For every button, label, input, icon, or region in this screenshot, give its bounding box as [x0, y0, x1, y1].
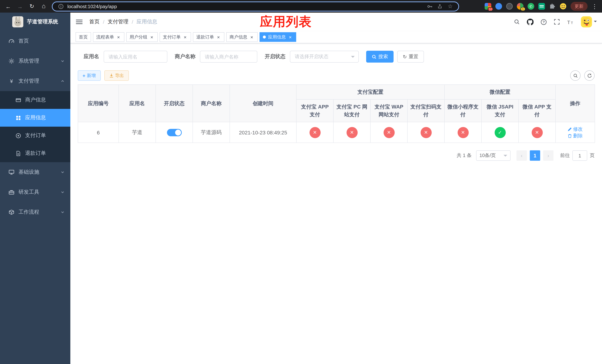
page-unit-label: 页: [590, 152, 595, 159]
toggle-search-button[interactable]: [570, 70, 580, 81]
add-button[interactable]: 新增: [78, 70, 100, 81]
wx-mini-status-icon: [457, 127, 469, 138]
password-key-icon[interactable]: [426, 3, 433, 10]
col-app-name: 应用名: [119, 85, 156, 122]
table-row: 6 芋道 芋道源码 2021-10-23 08:49:25: [78, 122, 595, 143]
col-merchant: 商户名称: [193, 85, 230, 122]
col-alipay-app: 支付宝 APP 支付: [296, 99, 333, 122]
sidebar-item-infra[interactable]: 基础设施: [0, 162, 70, 182]
tab-pay-orders[interactable]: 支付订单: [160, 32, 191, 42]
page-annotation: 应用列表: [260, 13, 312, 30]
tab-refund-orders[interactable]: 退款订单: [193, 32, 224, 42]
app-table: 应用编号 应用名 开启状态 商户名称 创建时间 支付宝配置 微信配置 操作 支付…: [78, 85, 595, 143]
refresh-table-button[interactable]: [584, 70, 595, 81]
font-size-icon[interactable]: TT: [565, 16, 576, 27]
reset-button[interactable]: 重置: [397, 51, 424, 63]
page-number-1[interactable]: 1: [530, 150, 540, 161]
sidebar-item-workflow[interactable]: 工作流程: [0, 202, 70, 222]
navbar-actions: ? TT: [511, 16, 602, 27]
browser-profile-avatar[interactable]: [560, 3, 567, 10]
col-group-wechat: 微信配置: [444, 85, 556, 99]
extension-icon[interactable]: [495, 3, 502, 10]
top-navbar: 首页 / 支付管理 / 应用信息 应用列表 ?: [70, 13, 602, 31]
tags-view-bar: 首页 流程表单 用户分组 支付订单 退款订单 商户信息 应用信息: [70, 31, 602, 43]
tab-merchant-info[interactable]: 商户信息: [226, 32, 258, 42]
url-bar[interactable]: localhost:1024/pay/app: [52, 1, 459, 11]
next-page-button[interactable]: ›: [543, 150, 553, 161]
edit-button[interactable]: 修改: [568, 126, 583, 132]
share-icon[interactable]: [436, 3, 443, 10]
toolbox-icon: [8, 189, 15, 195]
merchant-name-input[interactable]: [200, 51, 257, 63]
pagination: 共 1 条 10条/页 ‹ 1 › 前往 页: [78, 150, 595, 161]
status-label: 开启状态: [265, 53, 285, 60]
close-icon[interactable]: [216, 34, 221, 40]
filter-form: 应用名 商户名称 开启状态 请选择开启状态: [84, 51, 595, 63]
browser-update-button[interactable]: 更新: [570, 2, 588, 11]
bookmark-star-icon[interactable]: [447, 3, 454, 10]
sidebar-item-payment[interactable]: ¥ 支付管理: [0, 71, 70, 91]
extension-icon[interactable]: ✆: [527, 3, 534, 10]
sidebar-item-label: 支付订单: [25, 132, 46, 139]
sidebar-item-pay-orders[interactable]: 支付订单: [0, 127, 70, 144]
app-name-input[interactable]: [104, 51, 167, 63]
browser-forward-icon[interactable]: [15, 1, 25, 11]
header-search-icon[interactable]: [511, 16, 522, 27]
fullscreen-icon[interactable]: [551, 16, 562, 27]
user-menu[interactable]: [581, 16, 597, 27]
tab-app-info[interactable]: 应用信息: [259, 32, 296, 42]
sidebar-item-label: 研发工具: [19, 189, 39, 195]
prev-page-button[interactable]: ‹: [516, 150, 527, 161]
close-icon[interactable]: [183, 34, 188, 40]
order-icon: [15, 133, 22, 138]
sidebar-item-refund-orders[interactable]: 退款订单: [0, 144, 70, 162]
close-icon[interactable]: [249, 34, 254, 40]
delete-button[interactable]: 删除: [568, 132, 583, 139]
sidebar-toggle-icon[interactable]: [70, 13, 88, 31]
close-icon[interactable]: [149, 34, 154, 40]
col-created: 创建时间: [230, 85, 296, 122]
breadcrumb-home[interactable]: 首页: [89, 19, 100, 25]
sidebar-item-app-info[interactable]: 应用信息: [0, 109, 70, 127]
browser-menu-icon[interactable]: [592, 3, 597, 10]
sidebar-item-home[interactable]: 首页: [0, 31, 70, 51]
sidebar-logo[interactable]: 芋道管理系统: [0, 13, 70, 31]
extension-icon[interactable]: [538, 3, 545, 10]
export-button[interactable]: 导出: [104, 70, 129, 81]
alipay-wap-status-icon: [383, 127, 395, 138]
goto-page-input[interactable]: [572, 150, 587, 161]
tab-user-group[interactable]: 用户分组: [126, 32, 158, 42]
status-toggle[interactable]: [167, 129, 182, 136]
search-button[interactable]: 搜索: [366, 51, 394, 63]
chevron-down-icon: [61, 170, 64, 174]
sidebar-item-merchant-info[interactable]: 商户信息: [0, 91, 70, 109]
breadcrumb: 首页 / 支付管理 / 应用信息: [89, 19, 157, 25]
extension-icon[interactable]: [506, 3, 513, 10]
extension-icon[interactable]: 10: [485, 3, 491, 10]
extension-icon[interactable]: 1: [517, 3, 524, 10]
page-size-select[interactable]: 10条/页: [476, 150, 511, 161]
breadcrumb-payment[interactable]: 支付管理: [108, 19, 129, 25]
site-info-icon[interactable]: [57, 3, 64, 10]
sidebar-item-label: 支付管理: [19, 78, 39, 85]
github-icon[interactable]: [525, 16, 536, 27]
status-select[interactable]: 请选择开启状态: [290, 51, 359, 63]
url-text: localhost:1024/pay/app: [67, 3, 423, 9]
close-icon[interactable]: [288, 34, 293, 40]
close-icon[interactable]: [116, 34, 121, 40]
chevron-up-icon: [61, 79, 64, 83]
status-select-placeholder: 请选择开启状态: [295, 53, 328, 60]
tab-home[interactable]: 首页: [75, 32, 91, 42]
sidebar-item-devtools[interactable]: 研发工具: [0, 182, 70, 202]
svg-text:T: T: [567, 20, 570, 25]
help-icon[interactable]: ?: [538, 16, 549, 27]
sidebar-item-system[interactable]: 系统管理: [0, 51, 70, 71]
browser-home-icon[interactable]: [39, 1, 49, 11]
browser-reload-icon[interactable]: [27, 1, 37, 11]
sidebar-item-label: 系统管理: [19, 58, 39, 64]
extensions-puzzle-icon[interactable]: [549, 3, 556, 10]
document-icon: [15, 150, 22, 156]
col-wx-jsapi: 微信 JSAPI 支付: [482, 99, 518, 122]
tab-process-form[interactable]: 流程表单: [93, 32, 124, 42]
browser-back-icon[interactable]: [3, 1, 13, 11]
